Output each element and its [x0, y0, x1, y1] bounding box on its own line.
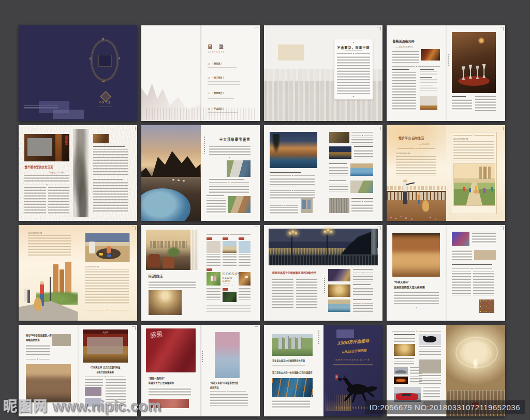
- divider: ◆: [85, 309, 129, 311]
- divider: ◆: [353, 303, 373, 304]
- spine-note: [324, 278, 325, 293]
- right-body2: [473, 272, 494, 296]
- gold-subline: 宜昌首个亿级样板区盛大开放: [328, 358, 378, 361]
- photo-wine-label: [420, 96, 437, 110]
- corner-mark: [500, 27, 504, 31]
- gossip-small: LUXURY MOUNTAIN: [223, 283, 237, 286]
- diary-text-right: [85, 269, 129, 304]
- caption-lead: [452, 96, 466, 97]
- divider: ◆: [26, 358, 50, 360]
- corner-mark: [377, 127, 381, 130]
- photo-club-lobby: [328, 269, 351, 281]
- news6-head: [419, 376, 441, 377]
- spread-diary1: 慢步半山 品味生活 ——半山日记 ◆ 2010年3月3日 晴 ◆ 2010年3月…: [387, 125, 505, 221]
- photo-seaside: [223, 241, 237, 252]
- figure-child: [107, 246, 111, 253]
- nipic-logo-glyph: 昵图网: [3, 395, 48, 415]
- divider: ◆: [337, 53, 370, 54]
- armchair: [163, 257, 174, 268]
- umbrella-dots: [172, 179, 174, 181]
- cap1-head: [270, 172, 301, 173]
- dog-golden: [34, 297, 42, 311]
- grid-text4: [207, 288, 220, 301]
- dog-blob: [474, 190, 479, 193]
- news3-body: [394, 362, 414, 365]
- caption-body: [209, 185, 249, 193]
- item5-body: [351, 204, 373, 214]
- photo-study: 观复堂: [24, 134, 69, 162]
- photo-terrace: [146, 230, 198, 270]
- corner-mark: [377, 27, 381, 31]
- photo-stone-building: [329, 198, 349, 214]
- club-cap2-head: [353, 284, 371, 286]
- tower: [285, 336, 289, 349]
- diary-text: [396, 156, 436, 175]
- photo-gold-hall: [328, 284, 351, 297]
- toc-item: 05［ 豪宅鉴赏 ］: [208, 87, 252, 100]
- grid-text2: [223, 254, 237, 266]
- party-left-l2: 华祥业主生日会温馨举办: [149, 382, 174, 385]
- photo-study-small: [93, 134, 109, 144]
- foreword-subtitle: [345, 50, 362, 52]
- illustration-balcony: [387, 178, 446, 221]
- right-body1: [452, 272, 471, 296]
- divider: ◆: [453, 134, 494, 136]
- photo-mid-blurred: [419, 359, 441, 373]
- diary-date-left: 2010年4月2日 晴: [28, 232, 42, 234]
- red-seal: 骏: [335, 374, 338, 380]
- spread-toc: 目 录 CONTENTS 01［ 卷首语 ］ 03［ 业主专访 ］ 05［ 豪宅…: [141, 25, 260, 121]
- club-cap1-body: [353, 275, 373, 281]
- lead: [149, 281, 196, 289]
- club-cap2-body: [353, 288, 373, 296]
- divider: ◆: [209, 157, 251, 159]
- item2-body: [354, 150, 373, 159]
- tag-red: [207, 268, 212, 271]
- spread-wine-interview: 葡萄美酒夜光杯 ——华祥业主红酒专访 ◆: [387, 25, 505, 121]
- right-col-text: [452, 250, 472, 260]
- tag-red: [207, 237, 212, 240]
- right-heading1: [93, 146, 125, 147]
- illustration-playroom: [85, 233, 130, 263]
- gossip-line2: SLOW LIFE: [223, 276, 237, 282]
- lamp-post-icon: [291, 235, 292, 259]
- piano-left-body: [26, 345, 50, 356]
- foreword-body: [337, 56, 370, 94]
- section-heading: [392, 69, 409, 70]
- photo-villa-night: [270, 132, 317, 168]
- spread-foreword: ✦ 不舍繁华，而享宁静 ◆ ✦: [264, 25, 382, 121]
- photo-window: [301, 198, 313, 214]
- goblet-icon: [482, 64, 486, 78]
- body-col1: [272, 278, 293, 308]
- right-heading: [452, 264, 492, 266]
- divider: ◆: [452, 268, 492, 269]
- divider: ◆: [270, 175, 315, 176]
- grid-text3: [239, 254, 251, 266]
- spine-note: [318, 331, 319, 345]
- blurred-region: [87, 337, 123, 354]
- toy-cars: [99, 253, 103, 256]
- news6-body: [419, 379, 441, 385]
- spine-note: [204, 137, 205, 154]
- divider: ◆: [24, 184, 69, 186]
- blurred-region: [336, 329, 354, 338]
- foreword-title: 不舍繁华，而享宁静: [337, 45, 370, 50]
- diary-date-right: 2010年3月13日 晴: [453, 138, 494, 140]
- cover-emblem: ❧ ❧ ❧ ❧: [91, 40, 118, 81]
- party-right-l1: “华祥天玺杯”小神童彩绘大赛: [210, 382, 248, 384]
- spread-diary2: 2010年4月2日 晴 2010年6月7日 阴 ◆: [19, 225, 137, 321]
- body-col1: [24, 187, 46, 214]
- divider: ◆: [351, 135, 373, 137]
- photo-placeholder: [278, 44, 304, 61]
- star-icon: ✦: [337, 41, 370, 44]
- photo-small-blurred: [52, 334, 71, 346]
- divider: ◆: [85, 376, 125, 378]
- cap3-head: [270, 202, 293, 203]
- diary-text-right: [453, 141, 494, 161]
- flower-dots: [390, 217, 392, 218]
- cover-plaque: [98, 55, 112, 67]
- illustration-street: [19, 260, 78, 321]
- deck: [387, 200, 446, 221]
- dog-golden: [422, 200, 430, 212]
- nipic-watermark: 昵图网 www.nipic.com: [3, 395, 161, 415]
- diary-date: 2010年3月3日 晴: [396, 152, 410, 155]
